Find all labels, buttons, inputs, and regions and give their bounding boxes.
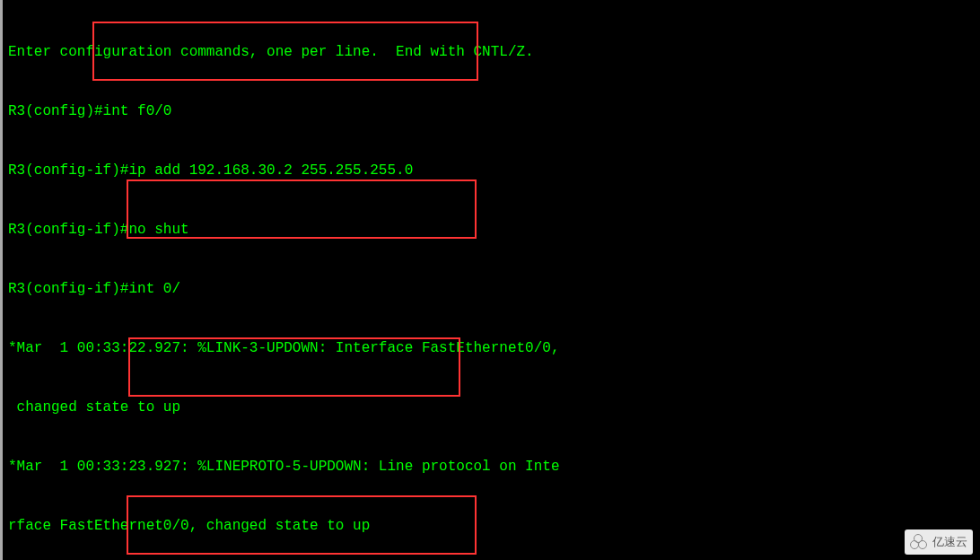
terminal-line: R3(config)#int f0/0 [8,101,975,121]
terminal-line: R3(config-if)#ip add 192.168.30.2 255.25… [8,161,975,180]
terminal-line: R3(config-if)#no shut [8,220,975,240]
watermark-logo-icon [910,534,930,550]
terminal-line: changed state to up [8,398,975,417]
terminal-output: Enter configuration commands, one per li… [3,0,980,560]
terminal-line: R3(config-if)#int 0/ [8,279,975,299]
terminal-line: *Mar 1 00:33:22.927: %LINK-3-UPDOWN: Int… [8,338,975,358]
terminal-line: rface FastEthernet0/0, changed state to … [8,516,975,536]
watermark-text: 亿速云 [932,534,967,550]
watermark-badge: 亿速云 [905,529,973,555]
terminal-line: *Mar 1 00:33:23.927: %LINEPROTO-5-UPDOWN… [8,457,975,477]
terminal-line: Enter configuration commands, one per li… [8,42,975,62]
